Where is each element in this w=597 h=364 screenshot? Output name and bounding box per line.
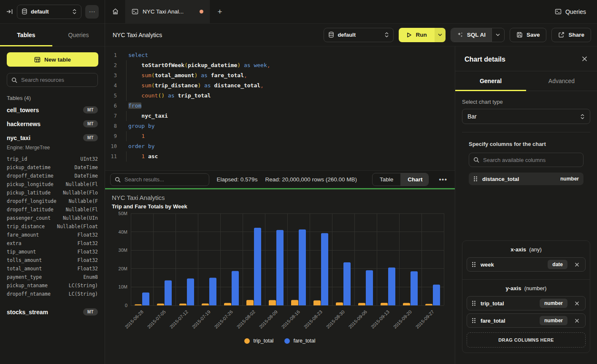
column-row[interactable]: pickup_latitudeNullable(Flo <box>7 189 98 197</box>
bar[interactable] <box>165 280 172 305</box>
results-more-button[interactable]: ••• <box>436 176 450 183</box>
bar[interactable] <box>366 270 373 305</box>
bar[interactable] <box>254 228 261 305</box>
engine-badge: MT <box>83 120 98 127</box>
bar[interactable] <box>135 305 142 305</box>
chart-type-value: Bar <box>467 113 477 120</box>
table-item-stocks_stream[interactable]: stocks_streamMT <box>0 305 105 319</box>
remove-column-button[interactable] <box>572 300 582 307</box>
column-row[interactable]: trip_idUInt32 <box>7 155 98 163</box>
run-options-button[interactable] <box>435 28 446 42</box>
bar[interactable] <box>276 230 284 305</box>
unsaved-dot <box>200 10 203 13</box>
column-row[interactable]: dropoff_datetimeDateTime <box>7 172 98 180</box>
column-row[interactable]: dropoff_latitudeNullable(Fl <box>7 205 98 214</box>
queries-link[interactable]: Queries <box>555 0 586 23</box>
chart-type-select[interactable]: Bar <box>462 109 590 124</box>
query-tab[interactable]: NYC Taxi Anal... <box>125 0 210 23</box>
tab-advanced[interactable]: Advanced <box>526 71 597 91</box>
bar[interactable] <box>381 303 388 305</box>
column-row[interactable]: extraFloat32 <box>7 239 98 248</box>
bar[interactable] <box>202 303 209 305</box>
bar[interactable] <box>246 300 254 305</box>
bar[interactable] <box>224 303 231 305</box>
bar[interactable] <box>299 229 306 305</box>
new-tab-button[interactable]: + <box>210 0 230 23</box>
save-button[interactable]: Save <box>510 28 547 42</box>
column-row[interactable]: tolls_amountFloat32 <box>7 256 98 264</box>
bar-chart[interactable]: 010M20M30M40M50M2015-06-282015-07-052015… <box>112 210 448 337</box>
column-row[interactable]: trip_distanceNullable(Float <box>7 222 98 231</box>
column-row[interactable]: dropoff_ntanameLC(String) <box>7 290 98 298</box>
sidebar-database-selector[interactable]: default <box>17 5 81 19</box>
toolbar-database-selector[interactable]: default <box>324 28 394 42</box>
remove-column-button[interactable] <box>572 318 582 324</box>
column-row[interactable]: passenger_countNullable(UIn <box>7 214 98 222</box>
column-row[interactable]: fare_amountFloat32 <box>7 231 98 239</box>
bar[interactable] <box>187 278 194 305</box>
bar[interactable] <box>142 292 149 305</box>
column-row[interactable]: payment_typeEnum8 <box>7 273 98 281</box>
chart-view-button[interactable]: Chart <box>400 173 429 186</box>
toolbar-database-value: default <box>338 32 381 38</box>
bar[interactable] <box>358 303 365 305</box>
sql-editor[interactable]: 1select2 toStartOfWeek(pickup_datetime) … <box>105 46 455 170</box>
bar[interactable] <box>388 267 395 305</box>
table-name: nyc_taxi <box>7 135 30 141</box>
bar[interactable] <box>291 300 298 305</box>
remove-column-button[interactable] <box>572 262 582 268</box>
sidebar-tab-queries[interactable]: Queries <box>52 24 105 46</box>
bar[interactable] <box>179 304 186 305</box>
bar[interactable] <box>343 262 351 305</box>
line-number: 6 <box>105 101 117 111</box>
drop-zone[interactable]: DRAG COLUMNS HERE <box>467 332 586 348</box>
bar[interactable] <box>313 300 321 305</box>
sparkles-icon <box>457 32 463 38</box>
run-button[interactable]: Run <box>399 28 434 42</box>
table-engine-label: Engine: MergeTree <box>0 145 105 154</box>
collapse-sidebar-button[interactable] <box>6 8 13 15</box>
column-list: trip_idUInt32pickup_datetimeDateTimedrop… <box>0 154 105 301</box>
bar[interactable] <box>321 233 328 305</box>
svg-text:2015-09-13: 2015-09-13 <box>370 309 390 329</box>
sidebar-tab-tables[interactable]: Tables <box>0 24 52 46</box>
tab-general[interactable]: General <box>455 71 526 91</box>
bar[interactable] <box>232 271 239 305</box>
bar[interactable] <box>269 300 276 305</box>
share-button[interactable]: Share <box>551 28 591 42</box>
column-row[interactable]: dropoff_longitudeNullable(F <box>7 197 98 205</box>
available-column-distance_total[interactable]: distance_totalnumber <box>469 173 583 185</box>
share-icon <box>558 32 565 38</box>
results-search-input[interactable] <box>124 176 205 183</box>
table-item-hackernews[interactable]: hackernewsMT <box>0 117 105 131</box>
sidebar-search-input[interactable] <box>21 77 95 83</box>
column-pill-trip_total[interactable]: trip_totalnumber <box>467 296 586 310</box>
column-row[interactable]: tip_amountFloat32 <box>7 248 98 256</box>
table-item-cell_towers[interactable]: cell_towersMT <box>0 103 105 117</box>
code-line: count() as trip_total <box>128 91 211 101</box>
new-table-button[interactable]: New table <box>7 52 98 67</box>
columns-search-input[interactable] <box>483 157 579 163</box>
sql-ai-button[interactable]: SQL AI <box>451 28 492 42</box>
column-row[interactable]: pickup_datetimeDateTime <box>7 163 98 172</box>
table-view-button[interactable]: Table <box>373 173 400 186</box>
column-row[interactable]: pickup_ntanameLC(String) <box>7 281 98 290</box>
table-item-nyc_taxi[interactable]: nyc_taxiMT <box>0 131 105 145</box>
bar[interactable] <box>209 278 216 305</box>
column-pill-week[interactable]: weekdate <box>467 257 586 272</box>
bar[interactable] <box>336 302 343 305</box>
legend-item-fare_total[interactable]: fare_total <box>284 338 315 344</box>
legend-item-trip_total[interactable]: trip_total <box>244 338 273 344</box>
sidebar-more-button[interactable]: ⋯ <box>85 5 99 19</box>
bar[interactable] <box>433 285 440 305</box>
column-row[interactable]: pickup_longitudeNullable(Fl <box>7 180 98 189</box>
bar[interactable] <box>411 271 418 305</box>
column-pill-fare_total[interactable]: fare_totalnumber <box>467 313 586 328</box>
sql-ai-options-button[interactable] <box>492 28 504 42</box>
close-panel-button[interactable] <box>581 56 588 63</box>
home-button[interactable] <box>105 0 125 23</box>
bar[interactable] <box>425 304 432 305</box>
bar[interactable] <box>157 304 164 305</box>
column-row[interactable]: total_amountFloat32 <box>7 264 98 273</box>
bar[interactable] <box>403 303 410 305</box>
